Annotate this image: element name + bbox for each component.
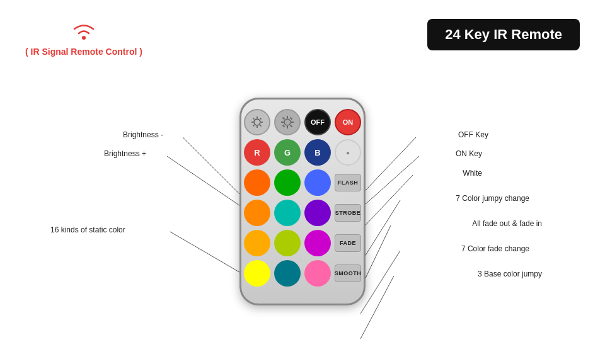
color-pink-button[interactable] [304,260,331,287]
color-amber-button[interactable] [244,230,270,256]
white-label: White [463,169,482,178]
row-color-3: FADE [244,230,361,256]
color-teal-button[interactable] [274,200,301,226]
title-badge: 24 Key IR Remote [427,19,580,50]
on-button[interactable]: ON [335,109,361,135]
svg-point-11 [254,119,260,125]
on-key-label: ON Key [456,149,482,158]
remote-control: OFF ON R G B ● FLASH STROBE [239,98,366,305]
svg-line-18 [260,118,262,120]
diagram: OFF ON R G B ● FLASH STROBE [0,63,605,353]
svg-line-16 [253,118,255,120]
strobe-label: All fade out & fade in [472,219,542,228]
svg-line-1 [183,137,246,200]
brightness-plus-label: Brightness + [104,149,146,158]
flash-button[interactable]: FLASH [335,174,361,191]
red-button[interactable]: R [244,139,270,166]
brightness-minus-label: Brightness - [123,130,163,139]
svg-line-19 [253,125,255,127]
color-magenta-button[interactable] [304,230,331,256]
color-lime-button[interactable] [274,230,301,256]
color-green-dark-button[interactable] [274,169,301,196]
flash-label: 7 Color jumpy change [456,194,529,203]
smooth-button[interactable]: SMOOTH [335,264,361,282]
signal-label: ( IR Signal Remote Control ) [25,47,142,57]
row-color-2: STROBE [244,200,361,226]
off-button[interactable]: OFF [304,109,331,135]
signal-area: ( IR Signal Remote Control ) [25,19,142,57]
svg-point-20 [284,119,291,125]
green-button[interactable]: G [274,139,301,166]
row-brightness: OFF ON [244,109,361,135]
color-purple-button[interactable] [304,200,331,226]
brightness-down-button[interactable] [244,109,270,135]
signal-icon [68,19,100,44]
brightness-up-button[interactable] [274,109,301,135]
color-blue-medium-button[interactable] [304,169,331,196]
header: ( IR Signal Remote Control ) 24 Key IR R… [0,0,605,57]
sixteen-colors-label: 16 kinds of static color [50,225,125,234]
smooth-label: 3 Base color jumpy [478,270,542,278]
fade-button[interactable]: FADE [335,234,361,252]
svg-line-8 [360,251,400,314]
color-orange-dark-button[interactable] [244,169,270,196]
fade-label: 7 Color fade change [461,244,529,253]
svg-line-10 [170,232,246,276]
color-yellow-button[interactable] [244,260,270,287]
row-color-4: SMOOTH [244,260,361,287]
svg-line-4 [359,156,419,210]
white-button[interactable]: ● [335,139,361,166]
strobe-button[interactable]: STROBE [335,204,361,222]
svg-line-26 [291,125,292,127]
row-color-1: FLASH [244,169,361,196]
color-cyan-button[interactable] [274,260,301,287]
title-text: 24 Key IR Remote [445,26,562,42]
svg-line-27 [291,118,292,120]
color-orange-button[interactable] [244,200,270,226]
svg-line-17 [260,125,262,127]
svg-point-0 [82,36,86,40]
svg-line-2 [167,156,246,210]
svg-line-28 [283,125,285,127]
svg-line-6 [360,200,400,263]
blue-button[interactable]: B [304,139,331,166]
svg-line-5 [359,175,413,232]
off-key-label: OFF Key [458,130,488,139]
svg-line-25 [283,118,285,120]
row-rgbw: R G B ● [244,139,361,166]
